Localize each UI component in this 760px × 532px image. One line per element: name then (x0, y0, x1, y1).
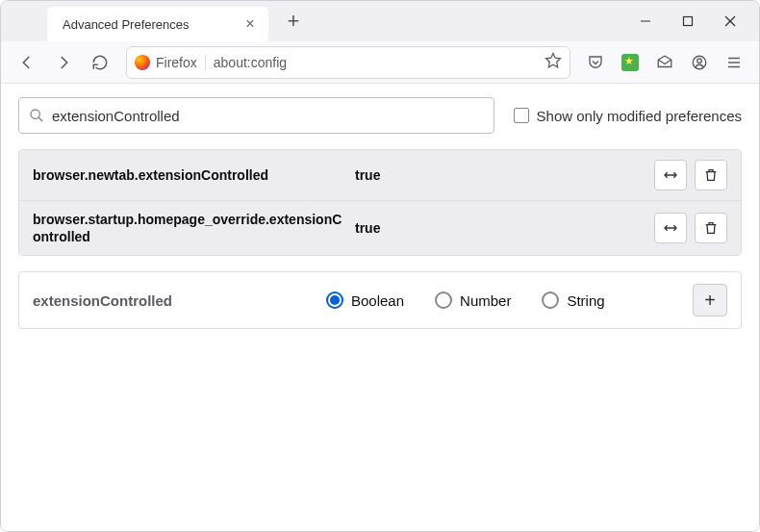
delete-button[interactable] (695, 213, 727, 243)
delete-button[interactable] (695, 160, 727, 190)
pref-name: browser.newtab.extensionControlled (33, 166, 345, 184)
firefox-icon (135, 55, 150, 70)
svg-rect-1 (684, 17, 693, 26)
pref-value: true (355, 220, 645, 236)
browser-tab[interactable]: Advanced Preferences × (47, 7, 268, 41)
back-button[interactable] (11, 46, 43, 79)
search-icon (29, 108, 44, 123)
about-config-content: Show only modified preferences browser.n… (1, 84, 759, 531)
pref-value: true (355, 167, 645, 183)
inbox-icon[interactable] (649, 47, 680, 78)
search-row: Show only modified preferences (18, 97, 742, 134)
pref-name: browser.startup.homepage_override.extens… (33, 211, 345, 245)
url-bar[interactable]: Firefox about:config (126, 46, 570, 79)
radio-icon (326, 291, 343, 309)
add-button[interactable]: + (693, 284, 727, 317)
radio-boolean[interactable]: Boolean (326, 291, 404, 309)
add-pref-box: extensionControlled Boolean Number Strin… (18, 271, 742, 329)
radio-label: String (567, 292, 604, 309)
menu-button[interactable] (719, 47, 749, 78)
search-box[interactable] (18, 97, 494, 134)
type-radio-group: Boolean Number String (326, 291, 683, 309)
pref-row[interactable]: browser.startup.homepage_override.extens… (19, 200, 741, 255)
toggle-button[interactable] (654, 160, 687, 190)
close-window-button[interactable] (709, 6, 751, 37)
pref-row[interactable]: browser.newtab.extensionControlled true (19, 150, 741, 200)
radio-label: Boolean (351, 292, 404, 309)
identity-label: Firefox (156, 55, 197, 70)
url-text: about:config (214, 55, 537, 70)
radio-number[interactable]: Number (435, 291, 511, 309)
svg-point-5 (697, 58, 702, 63)
new-tab-button[interactable]: + (280, 8, 307, 35)
svg-line-10 (38, 117, 42, 121)
radio-icon (542, 291, 559, 309)
maximize-button[interactable] (667, 6, 709, 37)
forward-button[interactable] (47, 46, 80, 79)
filter-label: Show only modified preferences (537, 108, 742, 124)
svg-point-9 (31, 110, 39, 118)
bookmark-star-icon[interactable] (545, 52, 562, 73)
minimize-button[interactable] (624, 6, 667, 37)
radio-string[interactable]: String (542, 291, 604, 309)
title-bar: Advanced Preferences × + (1, 1, 759, 41)
close-tab-icon[interactable]: × (241, 15, 259, 33)
tab-title: Advanced Preferences (63, 17, 241, 32)
reload-button[interactable] (84, 46, 116, 79)
radio-label: Number (460, 292, 511, 309)
checkbox-icon (514, 108, 529, 123)
preferences-table: browser.newtab.extensionControlled true … (18, 149, 742, 256)
site-identity[interactable]: Firefox (135, 55, 206, 70)
radio-icon (435, 291, 452, 309)
browser-window: Advanced Preferences × + Firefox (0, 0, 760, 532)
navigation-toolbar: Firefox about:config (1, 41, 759, 84)
pocket-icon[interactable] (580, 47, 611, 78)
show-modified-checkbox[interactable]: Show only modified preferences (514, 108, 742, 124)
search-input[interactable] (52, 108, 484, 124)
add-pref-name: extensionControlled (33, 292, 317, 309)
extension-icon[interactable] (615, 47, 646, 78)
account-icon[interactable] (684, 47, 715, 78)
toggle-button[interactable] (654, 213, 687, 243)
